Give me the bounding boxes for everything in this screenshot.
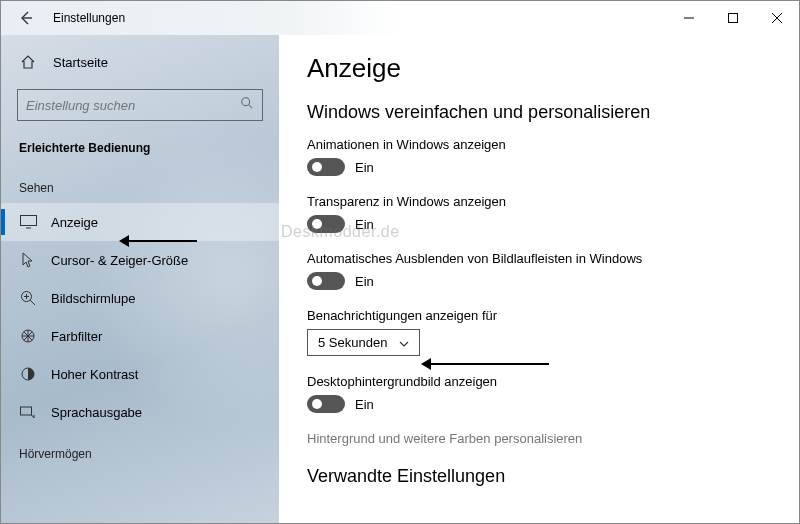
home-button[interactable]: Startseite [1,43,279,81]
select-value: 5 Sekunden [318,335,387,350]
nav-contrast[interactable]: Hoher Kontrast [1,355,279,393]
maximize-button[interactable] [711,2,755,34]
toggle-state: Ein [355,274,374,289]
nav-label: Farbfilter [51,329,102,344]
back-button[interactable] [15,8,35,28]
toggle-animations[interactable] [307,158,345,176]
search-input[interactable] [26,98,240,113]
nav-cursor[interactable]: Cursor- & Zeiger-Größe [1,241,279,279]
colorfilter-icon [19,327,37,345]
nav-label: Hoher Kontrast [51,367,138,382]
group-title: Windows vereinfachen und personalisieren [307,102,771,123]
group-sehen: Sehen [1,165,279,203]
svg-rect-19 [21,407,32,415]
close-button[interactable] [755,2,799,34]
sidebar-heading: Erleichterte Bedienung [1,135,279,165]
svg-rect-7 [20,216,36,226]
search-box[interactable] [17,89,263,121]
nav-label: Cursor- & Zeiger-Größe [51,253,188,268]
minimize-button[interactable] [667,2,711,34]
setting-notifications: Benachrichtigungen anzeigen für 5 Sekund… [307,308,771,356]
setting-autohide: Automatisches Ausblenden von Bildlauflei… [307,251,771,290]
toggle-autohide[interactable] [307,272,345,290]
contrast-icon [19,365,37,383]
toggle-transparency[interactable] [307,215,345,233]
cursor-icon [19,251,37,269]
window-title: Einstellungen [53,11,125,25]
nav-label: Sprachausgabe [51,405,142,420]
setting-transparency: Transparenz in Windows anzeigen Ein [307,194,771,233]
main-content: Anzeige Windows vereinfachen und persona… [279,35,799,523]
nav-colorfilter[interactable]: Farbfilter [1,317,279,355]
toggle-state: Ein [355,217,374,232]
setting-label: Automatisches Ausblenden von Bildlauflei… [307,251,771,266]
toggle-state: Ein [355,160,374,175]
svg-point-5 [242,98,250,106]
nav-label: Anzeige [51,215,98,230]
svg-line-10 [30,300,35,305]
related-title: Verwandte Einstellungen [307,466,771,487]
group-hoer: Hörvermögen [1,431,279,469]
setting-label: Animationen in Windows anzeigen [307,137,771,152]
personalize-link[interactable]: Hintergrund und weitere Farben personali… [307,431,771,446]
setting-label: Transparenz in Windows anzeigen [307,194,771,209]
display-icon [19,213,37,231]
nav-narrator[interactable]: Sprachausgabe [1,393,279,431]
nav-label: Bildschirmlupe [51,291,136,306]
chevron-down-icon [399,335,409,350]
toggle-state: Ein [355,397,374,412]
magnifier-icon [19,289,37,307]
svg-line-6 [249,105,253,109]
narrator-icon [19,403,37,421]
home-icon [19,53,37,71]
titlebar: Einstellungen [1,1,799,35]
toggle-wallpaper[interactable] [307,395,345,413]
setting-animations: Animationen in Windows anzeigen Ein [307,137,771,176]
search-icon [240,96,254,114]
sidebar: Startseite Erleichterte Bedienung Sehen … [1,35,279,523]
setting-label: Desktophintergrundbild anzeigen [307,374,771,389]
setting-wallpaper: Desktophintergrundbild anzeigen Ein [307,374,771,413]
notifications-select[interactable]: 5 Sekunden [307,329,420,356]
nav-magnifier[interactable]: Bildschirmlupe [1,279,279,317]
svg-rect-2 [729,14,738,23]
home-label: Startseite [53,55,108,70]
setting-label: Benachrichtigungen anzeigen für [307,308,771,323]
nav-anzeige[interactable]: Anzeige [1,203,279,241]
page-title: Anzeige [307,53,771,84]
